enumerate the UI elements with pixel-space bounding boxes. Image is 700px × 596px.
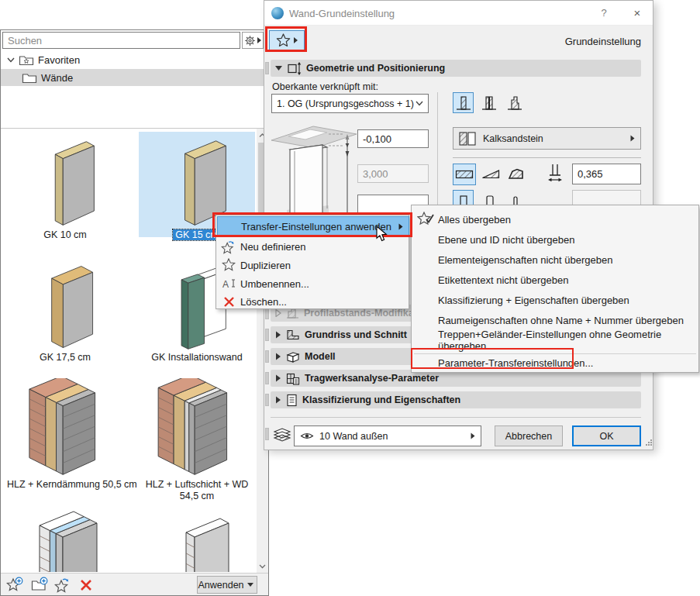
submenu-item-classification-properties[interactable]: Klassifizierung + Eigenschaften übergebe… [413,290,697,310]
wall-height-input[interactable] [357,164,429,183]
new-folder-button[interactable] [30,577,49,594]
favorites-panel: Favoriten Wände GK 10 cm GK 15 cm GK 17,… [0,29,269,596]
submenu-item-label: Ebene und ID nicht übergeben [438,234,574,246]
favorite-label: HLZ + Luftschicht + WD 54,5 cm [139,479,255,502]
annotation-box [411,348,574,369]
wall-profile-button[interactable] [504,92,525,113]
submenu-item-no-label-text[interactable]: Etikettentext nicht übergeben [413,270,697,290]
structural-analysis-icon [286,372,300,385]
search-settings-button[interactable] [242,32,264,49]
expand-arrow-icon [275,331,281,339]
expand-arrow-icon [275,353,281,360]
dialog-titlebar[interactable]: Wand-Grundeinstellung ? × [264,1,653,26]
layers-icon [272,425,292,445]
star-check-icon [417,212,434,226]
divider [453,157,641,158]
submenu-item-no-layer-id[interactable]: Ebene und ID nicht übergeben [413,229,697,250]
collapse-arrow-icon [275,66,282,71]
mouse-cursor [376,226,389,243]
wall-thumbnail [7,378,123,477]
section-classification[interactable]: Klassifizierung und Eigenschaften [271,391,641,408]
sloped-wall-button[interactable] [479,164,502,185]
flyout-arrow-icon [471,432,475,439]
favorite-item[interactable] [7,508,123,572]
panel-grip[interactable] [265,428,269,440]
wall-composite-button[interactable] [478,92,499,113]
apply-options-arrow[interactable] [244,576,257,594]
menu-item-delete[interactable]: Löschen... [217,292,408,311]
rename-icon: A [217,277,240,290]
new-favorite-button[interactable] [5,577,24,594]
delete-favorite-button[interactable] [77,577,95,594]
ok-button[interactable]: OK [572,425,641,446]
scroll-down-button[interactable] [257,560,268,573]
search-input[interactable] [2,32,240,49]
mode-label: Grundeinstellung [565,36,641,47]
building-material-select[interactable]: Kalksandstein [453,127,641,150]
material-icon [459,132,478,146]
folder-icon [22,72,37,84]
submenu-item-label: Elementeigenschaften nicht übergeben [438,254,613,266]
favorite-item[interactable] [139,508,255,572]
flyout-arrow-icon [630,135,635,142]
straight-wall-button[interactable] [453,164,476,185]
menu-item-duplicate[interactable]: Duplizieren [217,256,408,274]
tree-item-waende[interactable]: Wände [1,69,268,86]
layer-label: 10 Wand außen [319,431,465,442]
chevron-down-icon[interactable] [7,57,15,63]
geometry-icon [287,62,302,75]
favorite-item[interactable]: HLZ + Kerndämmung 50,5 cm [7,378,123,491]
panel-grip[interactable] [265,372,269,384]
star-redefine-icon [217,239,240,254]
panel-grip[interactable] [265,350,269,363]
redefine-favorite-button[interactable] [53,577,72,594]
menu-item-label: Duplizieren [240,260,291,271]
flyout-arrow-icon [257,37,261,43]
wall-height-illustration [270,122,361,215]
section-label: Klassifizierung und Eigenschaften [302,394,460,405]
annotation-box [265,26,307,52]
double-sloped-wall-button[interactable] [505,164,529,185]
star-icon [217,258,240,272]
resize-grip[interactable] [646,439,652,446]
layer-select[interactable]: 10 Wand außen [294,425,481,446]
menu-item-rename[interactable]: A Umbenennen... [217,274,408,293]
submenu-item-transfer-all[interactable]: Alles übergeben [413,209,697,229]
top-link-label: Oberkante verknüpft mit: [272,81,378,92]
favorite-label: GK Installationswand [139,352,255,363]
section-geometry[interactable]: Geometrie und Positionierung [271,60,641,77]
tree-item-favorites[interactable]: Favoriten [1,51,268,68]
favorite-item[interactable]: GK 17,5 cm [7,259,123,363]
favorite-label: GK 17,5 cm [7,352,123,363]
wall-thumbnail [7,132,123,228]
screen: Favoriten Wände GK 10 cm GK 15 cm GK 17,… [0,0,700,596]
menu-item-label: Umbenennen... [240,278,309,290]
wall-thickness-icon [544,162,566,185]
wall-basic-button[interactable] [453,92,474,113]
favorites-thumbnail-list: GK 10 cm GK 15 cm GK 17,5 cm GK Installa… [1,128,268,573]
top-offset-input[interactable] [357,129,429,148]
submenu-item-label: Etikettentext nicht übergeben [438,274,568,286]
submenu-item-no-element-properties[interactable]: Elementeigenschaften nicht übergeben [413,250,697,270]
apply-button[interactable]: Anwenden [197,576,245,594]
favorite-item[interactable]: HLZ + Luftschicht + WD 54,5 cm [139,378,255,502]
delete-icon [217,296,240,308]
gear-icon [244,35,256,47]
panel-grip[interactable] [265,62,269,74]
model-icon [286,350,300,363]
submenu-item-label: Alles übergeben [438,214,511,226]
submenu-item-label: Klassifizierung + Eigenschaften übergebe… [438,295,629,306]
section-label: Grundriss und Schnitt [305,329,407,340]
svg-text:A: A [222,279,229,290]
story-select[interactable]: 1. OG (Ursprungsgeschoss + 1) [271,94,429,113]
panel-grip[interactable] [265,394,269,406]
dialog-title: Wand-Grundeinstellung [289,8,395,19]
help-button[interactable]: ? [596,7,612,19]
wall-thickness-input[interactable] [572,164,641,184]
submenu-item-zone-properties[interactable]: Raumeigenschaften ohne Name + Nummer übe… [413,310,697,330]
favorite-item[interactable]: GK 10 cm [7,132,123,241]
close-button[interactable]: × [629,6,646,19]
favorites-folder-icon [19,54,34,66]
panel-grip[interactable] [265,329,269,341]
cancel-button[interactable]: Abbrechen [495,425,563,446]
